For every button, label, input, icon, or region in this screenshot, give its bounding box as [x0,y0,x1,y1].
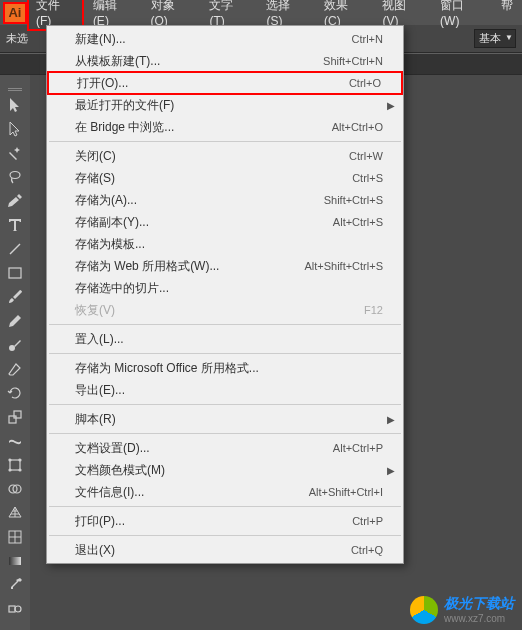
eraser-tool[interactable] [0,357,30,381]
width-tool[interactable] [0,429,30,453]
line-tool[interactable] [0,237,30,261]
file-menu-item-3[interactable]: 最近打开的文件(F)▶ [47,94,403,116]
menu-separator [49,535,401,536]
watermark-logo-icon [410,596,438,624]
menu-item-shortcut: Alt+Ctrl+O [332,121,383,133]
menu-item-shortcut: Ctrl+Q [351,544,383,556]
file-menu-item-15[interactable]: 置入(L)... [47,328,403,350]
svg-point-7 [9,459,11,461]
menu-item-label: 存储为(A)... [75,192,324,209]
rotate-tool[interactable] [0,381,30,405]
menubar-item-7[interactable]: 窗口(W) [431,0,492,31]
svg-rect-6 [10,460,20,470]
file-menu-item-9[interactable]: 存储副本(Y)...Alt+Ctrl+S [47,211,403,233]
mesh-tool[interactable] [0,525,30,549]
chevron-down-icon: ▼ [505,33,513,42]
file-menu-item-4[interactable]: 在 Bridge 中浏览...Alt+Ctrl+O [47,116,403,138]
svg-point-3 [9,345,15,351]
blob-brush-tool[interactable] [0,333,30,357]
menu-separator [49,433,401,434]
pen-tool[interactable] [0,189,30,213]
scale-tool[interactable] [0,405,30,429]
chevron-right-icon: ▶ [387,414,395,425]
menu-item-label: 脚本(R) [75,411,383,428]
file-menu-item-0[interactable]: 新建(N)...Ctrl+N [47,28,403,50]
menubar: Ai 文件(F)编辑(E)对象(O)文字(T)选择(S)效果(C)视图(V)窗口… [0,0,522,25]
file-menu-item-11[interactable]: 存储为 Web 所用格式(W)...Alt+Shift+Ctrl+S [47,255,403,277]
file-menu-item-10[interactable]: 存储为模板... [47,233,403,255]
menu-item-label: 退出(X) [75,542,351,559]
menu-item-label: 最近打开的文件(F) [75,97,383,114]
menu-item-shortcut: Shift+Ctrl+S [324,194,383,206]
style-dropdown[interactable]: 基本 ▼ [474,29,516,48]
menu-item-label: 置入(L)... [75,331,383,348]
eyedropper-tool[interactable] [0,573,30,597]
file-menu-item-22[interactable]: 文档设置(D)...Alt+Ctrl+P [47,437,403,459]
svg-point-8 [19,459,21,461]
magic-wand-tool[interactable] [0,141,30,165]
svg-point-10 [19,469,21,471]
type-tool[interactable] [0,213,30,237]
file-menu-item-7[interactable]: 存储(S)Ctrl+S [47,167,403,189]
pencil-tool[interactable] [0,309,30,333]
watermark-url: www.xz7.com [444,613,514,624]
tools-panel [0,75,30,630]
menubar-item-8[interactable]: 帮 [492,0,522,31]
file-menu-item-17[interactable]: 存储为 Microsoft Office 所用格式... [47,357,403,379]
panel-grip[interactable] [0,83,30,93]
file-menu-item-18[interactable]: 导出(E)... [47,379,403,401]
svg-rect-5 [14,411,21,418]
perspective-grid-tool[interactable] [0,501,30,525]
selection-label: 未选 [6,31,28,46]
file-menu-item-20[interactable]: 脚本(R)▶ [47,408,403,430]
app-icon: Ai [3,2,27,24]
file-menu-item-8[interactable]: 存储为(A)...Shift+Ctrl+S [47,189,403,211]
menu-item-shortcut: Ctrl+S [352,172,383,184]
svg-point-18 [15,606,21,612]
blend-tool[interactable] [0,597,30,621]
menu-item-shortcut: Ctrl+O [349,77,381,89]
svg-line-1 [10,244,20,254]
menu-item-label: 导出(E)... [75,382,383,399]
file-menu-item-2[interactable]: 打开(O)...Ctrl+O [47,71,403,95]
lasso-tool[interactable] [0,165,30,189]
file-menu-item-6[interactable]: 关闭(C)Ctrl+W [47,145,403,167]
file-menu-item-28[interactable]: 退出(X)Ctrl+Q [47,539,403,561]
selection-tool[interactable] [0,93,30,117]
direct-selection-tool[interactable] [0,117,30,141]
svg-rect-17 [9,606,15,612]
menu-item-label: 文件信息(I)... [75,484,309,501]
menu-item-label: 存储为 Web 所用格式(W)... [75,258,304,275]
menu-item-label: 关闭(C) [75,148,349,165]
menu-item-label: 新建(N)... [75,31,352,48]
menu-item-label: 文档颜色模式(M) [75,462,383,479]
menu-item-shortcut: Alt+Shift+Ctrl+I [309,486,383,498]
menu-item-label: 从模板新建(T)... [75,53,323,70]
menu-item-label: 存储(S) [75,170,352,187]
free-transform-tool[interactable] [0,453,30,477]
file-menu-item-1[interactable]: 从模板新建(T)...Shift+Ctrl+N [47,50,403,72]
menu-item-shortcut: Shift+Ctrl+N [323,55,383,67]
menu-item-shortcut: Alt+Ctrl+S [333,216,383,228]
rectangle-tool[interactable] [0,261,30,285]
menu-item-shortcut: Ctrl+N [352,33,383,45]
svg-rect-2 [9,268,21,278]
file-menu-item-26[interactable]: 打印(P)...Ctrl+P [47,510,403,532]
chevron-right-icon: ▶ [387,465,395,476]
shape-builder-tool[interactable] [0,477,30,501]
menu-item-label: 存储副本(Y)... [75,214,333,231]
file-menu-item-12[interactable]: 存储选中的切片... [47,277,403,299]
paintbrush-tool[interactable] [0,285,30,309]
svg-point-0 [10,172,20,179]
svg-rect-16 [9,557,21,565]
gradient-tool[interactable] [0,549,30,573]
menu-item-label: 存储选中的切片... [75,280,383,297]
menu-item-shortcut: Alt+Shift+Ctrl+S [304,260,383,272]
menu-item-label: 打开(O)... [77,75,349,92]
menu-item-label: 打印(P)... [75,513,352,530]
file-menu-item-23[interactable]: 文档颜色模式(M)▶ [47,459,403,481]
file-menu-item-24[interactable]: 文件信息(I)...Alt+Shift+Ctrl+I [47,481,403,503]
menu-item-shortcut: Alt+Ctrl+P [333,442,383,454]
menu-item-label: 恢复(V) [75,302,364,319]
menu-item-label: 文档设置(D)... [75,440,333,457]
